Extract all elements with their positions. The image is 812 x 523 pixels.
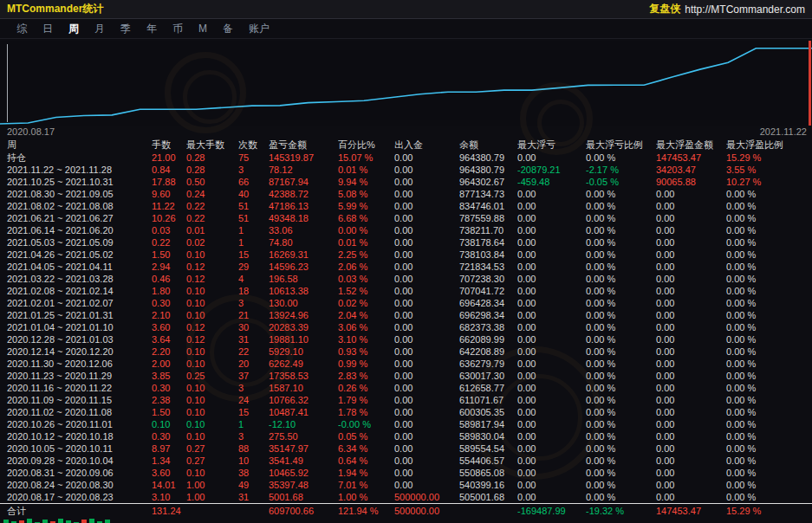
table-row[interactable]: 2021.04.26 ~ 2021.05.021.500.101516269.3… (0, 249, 812, 261)
menu-item-3[interactable]: 周 (61, 22, 87, 36)
cell: 10766.32 (269, 394, 338, 406)
cell: 0.10 (186, 309, 238, 321)
cell: 0.00 (517, 382, 586, 394)
cell: 1.80 (152, 285, 186, 297)
cell: 196.58 (269, 273, 338, 285)
cell: 0.00 (517, 394, 586, 406)
cell: 147453.47 (656, 152, 726, 164)
table-row[interactable]: 2020.08.17 ~ 2020.08.233.101.00315001.68… (0, 491, 812, 503)
table-row[interactable]: 2020.10.26 ~ 2020.11.010.100.101-12.10-0… (0, 418, 812, 430)
menu-bar: 综日周月季年币M备账户 (0, 19, 812, 39)
table-row[interactable]: 2021.01.25 ~ 2021.01.312.100.102113924.9… (0, 309, 812, 321)
cell: 2.10 (152, 309, 186, 321)
cell: 1587.10 (269, 382, 338, 394)
cell: 88 (238, 442, 269, 455)
table-row[interactable]: 2020.12.14 ~ 2020.12.202.200.10225929.10… (0, 345, 812, 358)
cell: 0.00 (656, 224, 726, 236)
table-row[interactable]: 2021.11.22 ~ 2021.11.280.840.28378.120.0… (0, 164, 812, 176)
mini-bar (105, 520, 110, 523)
cell: 0.00 % (726, 370, 812, 382)
equity-line (0, 48, 812, 124)
brand-url-link[interactable]: http://MTCommander.com (685, 3, 805, 16)
table-row[interactable]: 2021.05.03 ~ 2021.05.090.220.02174.800.0… (0, 236, 812, 249)
cell: 0.00 (394, 455, 459, 467)
cell: 130.00 (269, 297, 338, 309)
cell: 0.12 (186, 261, 238, 273)
cell: 707041.72 (459, 285, 517, 297)
menu-item-4[interactable]: 月 (87, 22, 113, 36)
table-row[interactable]: 2020.11.30 ~ 2020.12.062.000.10206262.49… (0, 358, 812, 370)
cell: 0.50 (186, 176, 238, 188)
cell: 0.00 (517, 309, 586, 321)
cell: 0.00 (656, 212, 726, 224)
cell: 2021.03.22 ~ 2021.03.28 (7, 273, 152, 285)
cell: 0.00 % (726, 236, 812, 249)
cell: 0.00 % (726, 321, 812, 333)
cell: 589830.04 (459, 430, 517, 442)
cell: 707238.30 (459, 273, 517, 285)
cell: 696298.34 (459, 309, 517, 321)
table-row[interactable]: 2021.02.01 ~ 2021.02.070.300.103130.000.… (0, 297, 812, 309)
cell: 611071.67 (459, 394, 517, 406)
table-row[interactable]: 2021.06.14 ~ 2021.06.200.030.01133.060.0… (0, 224, 812, 236)
menu-item-5[interactable]: 季 (113, 22, 139, 36)
table-row[interactable]: 2020.08.31 ~ 2020.09.063.600.103810465.9… (0, 467, 812, 479)
cell: 0.00 (656, 394, 726, 406)
table-row[interactable]: 2020.08.24 ~ 2020.08.3014.011.004935397.… (0, 479, 812, 491)
cell: 3 (238, 382, 269, 394)
table-row[interactable]: 2020.10.05 ~ 2020.10.118.970.278835147.9… (0, 442, 812, 455)
table-row[interactable]: 2021.06.21 ~ 2021.06.2710.260.225149348.… (0, 212, 812, 224)
table-row[interactable]: 2020.11.23 ~ 2020.11.293.850.253717358.5… (0, 370, 812, 382)
table-row[interactable]: 2020.11.16 ~ 2020.11.220.300.1031587.100… (0, 382, 812, 394)
cell: 0.00 (517, 479, 586, 491)
table-row[interactable]: 2020.11.02 ~ 2020.11.081.500.101510487.4… (0, 406, 812, 418)
table-row[interactable]: 2021.08.02 ~ 2021.08.0811.220.225147186.… (0, 200, 812, 212)
cell: 0.00 (394, 333, 459, 345)
menu-item-6[interactable]: 年 (139, 22, 165, 36)
cell: 609700.66 (269, 505, 338, 518)
cell: 0.00 % (586, 152, 656, 164)
cell: 2021.01.04 ~ 2021.01.10 (7, 321, 152, 333)
cell: 0.00 % (726, 467, 812, 479)
cell: 1 (238, 418, 269, 430)
column-header: 出入金 (394, 139, 459, 152)
cell: 0.03 % (338, 273, 394, 285)
cell: 0.00 % (586, 430, 656, 442)
brand-name: 复盘侠 (649, 2, 680, 16)
table-row[interactable]: 2020.11.09 ~ 2020.11.152.380.102410766.3… (0, 394, 812, 406)
table-row[interactable]: 持仓21.000.2875145319.8715.07 %0.00964380.… (0, 152, 812, 164)
column-header: 最大浮盈比例 (726, 139, 812, 152)
cell: 0.00 (394, 297, 459, 309)
table-row[interactable]: 2020.12.28 ~ 2021.01.033.640.123119881.1… (0, 333, 812, 345)
cell: 0.00 (517, 297, 586, 309)
cell: 8.97 (152, 442, 186, 455)
cell: 10613.38 (269, 285, 338, 297)
cell: 0.00 % (586, 224, 656, 236)
cell: 0.00 (517, 406, 586, 418)
table-row[interactable]: 2021.03.22 ~ 2021.03.280.460.124196.580.… (0, 273, 812, 285)
table-row[interactable]: 2020.09.28 ~ 2020.10.041.340.27103541.49… (0, 455, 812, 467)
table-row[interactable]: 2021.02.08 ~ 2021.02.141.800.101810613.3… (0, 285, 812, 297)
table-row[interactable]: 2020.10.12 ~ 2020.10.180.300.103275.500.… (0, 430, 812, 442)
menu-item-2[interactable]: 日 (35, 22, 61, 36)
table-row[interactable]: 2021.08.30 ~ 2021.09.059.600.244042388.7… (0, 188, 812, 200)
table-row[interactable]: 2021.04.05 ~ 2021.04.112.940.122914596.2… (0, 261, 812, 273)
menu-item-10[interactable]: 账户 (241, 22, 277, 36)
table-row[interactable]: 2021.01.04 ~ 2021.01.103.600.123020283.3… (0, 321, 812, 333)
cell: 738103.84 (459, 249, 517, 261)
menu-item-7[interactable]: 币 (165, 22, 191, 36)
cell: 0.01 % (338, 236, 394, 249)
cell: 30 (238, 321, 269, 333)
cell: 0.00 (394, 261, 459, 273)
cell: 147453.47 (656, 505, 726, 518)
table-row[interactable]: 2021.10.25 ~ 2021.10.3117.880.506687167.… (0, 176, 812, 188)
cell: 0.00 (394, 285, 459, 297)
cell: 0.00 (517, 333, 586, 345)
menu-item-9[interactable]: 备 (215, 22, 241, 36)
menu-item-1[interactable]: 综 (9, 22, 35, 36)
cell: 636279.79 (459, 358, 517, 370)
table-footer: 合计131.24609700.66121.94 %500000.00-16948… (0, 503, 812, 518)
menu-item-8[interactable]: M (191, 23, 215, 35)
cell: 47186.13 (269, 200, 338, 212)
cell: 0.00 % (586, 467, 656, 479)
